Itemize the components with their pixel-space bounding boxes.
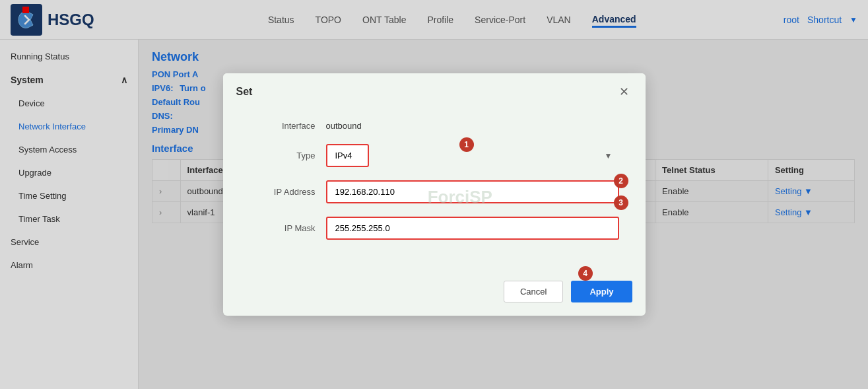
modal-type-row: 1 Type IPv4 IPv6 DHCP ▼ — [250, 144, 619, 167]
modal-close-button[interactable]: ✕ — [617, 84, 632, 100]
modal-header: Set ✕ — [223, 73, 646, 108]
select-arrow-icon: ▼ — [605, 151, 613, 160]
type-select-wrapper: IPv4 IPv6 DHCP ▼ — [326, 144, 619, 167]
interface-value: outbound — [326, 121, 362, 131]
ip-mask-label: IP Mask — [250, 223, 316, 233]
modal-body: Interface outbound 1 Type IPv4 IPv6 DHCP… — [223, 108, 646, 273]
modal-title: Set — [236, 86, 253, 98]
step-badge-4: 4 — [578, 266, 593, 281]
step-badge-3: 3 — [614, 195, 628, 210]
type-label: Type — [250, 151, 316, 160]
interface-label: Interface — [250, 121, 316, 131]
modal-ip-mask-row: IP Mask — [250, 217, 619, 240]
cancel-button[interactable]: Cancel — [504, 281, 563, 302]
ip-mask-input[interactable] — [326, 217, 619, 240]
apply-button[interactable]: Apply — [571, 281, 632, 302]
modal-interface-row: Interface outbound — [250, 121, 619, 131]
ip-address-input[interactable] — [326, 180, 619, 203]
type-select[interactable]: IPv4 IPv6 DHCP — [326, 144, 369, 167]
modal-ip-address-row: 2 IP Address 3 — [250, 180, 619, 203]
ip-address-label: IP Address — [250, 187, 316, 197]
modal-footer: 4 Cancel Apply — [223, 273, 646, 316]
modal-overlay: Set ✕ Interface outbound 1 Type IPv4 IPv… — [0, 0, 868, 389]
set-modal: Set ✕ Interface outbound 1 Type IPv4 IPv… — [223, 73, 646, 316]
step-badge-2: 2 — [614, 174, 628, 188]
